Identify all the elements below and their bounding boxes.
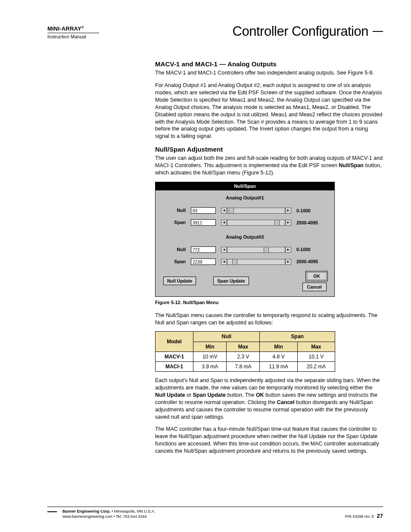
brand: MINI-ARRAY®: [47, 25, 99, 32]
page-number: 27: [377, 513, 383, 519]
ao1-label: Analog Output#1: [163, 192, 327, 205]
slider-track[interactable]: [227, 208, 285, 214]
nullspan-dialog: Null/Span Analog Output#1 Null 83 ◄ ► 0-…: [155, 182, 335, 297]
ao2-span-input[interactable]: 2239: [191, 258, 216, 265]
t: Each output's Null and Span is independe…: [155, 377, 380, 391]
table-row: MACI-1 3.9 mA 7.8 mA 11.9 mA 20.2 mA: [156, 362, 335, 372]
span-label: Span: [163, 219, 186, 226]
cell: 7.8 mA: [227, 362, 260, 372]
header-left: MINI-ARRAY® Instruction Manual: [47, 25, 99, 39]
footer: Banner Engineering Corp. • Minneapolis, …: [47, 507, 383, 519]
page-title: Controller Configuration: [233, 24, 368, 39]
footer-right: P/N 43298 rev. E 27: [345, 513, 383, 519]
ao1-section: Analog Output#1 Null 83 ◄ ► 0-1000 Span …: [156, 190, 334, 230]
ao1-null-slider[interactable]: ◄ ►: [221, 207, 291, 214]
table-row: MACV-1 10 mV 2.3 V 4.8 V 10.1 V: [156, 352, 335, 361]
ao2-null-input[interactable]: 772: [191, 246, 216, 253]
section1-p1: The MACV-1 and MACI-1 Controllers offer …: [155, 69, 383, 77]
ao1-null-row: Null 83 ◄ ► 0-1000: [163, 205, 327, 217]
ao2-null-row: Null 772 ◄ ► 0-1000: [163, 244, 327, 256]
header-line-decoration: [373, 31, 383, 32]
th-null-min: Min: [193, 342, 227, 352]
cell: 11.9 mA: [260, 362, 297, 372]
footer-company: Banner Engineering Corp.: [62, 509, 111, 513]
cell: 20.2 mA: [297, 362, 335, 372]
ao1-null-range: 0-1000: [296, 208, 327, 214]
slider-left-icon[interactable]: ◄: [221, 259, 227, 265]
nullspan-table: Model Null Span Min Max Min Max MACV-1 1…: [155, 331, 335, 372]
null-label: Null: [163, 246, 186, 253]
th-null: Null: [193, 332, 260, 342]
slider-track[interactable]: [227, 259, 285, 265]
ao2-section: Analog Output#2 Null 772 ◄ ► 0-1000 Span…: [156, 230, 334, 269]
ao2-span-slider[interactable]: ◄ ►: [221, 258, 291, 265]
slider-track[interactable]: [227, 247, 285, 253]
figure-caption: Figure 5-12. Null/Span Menu: [155, 299, 383, 306]
t: or: [185, 392, 193, 398]
footer-contact: www.bannerengineering.com • Tel: 763.544…: [62, 514, 155, 519]
cell: 10.1 V: [297, 352, 335, 361]
footer-pn: P/N 43298 rev. E: [345, 514, 374, 519]
slider-thumb[interactable]: [264, 247, 269, 253]
t: Span Update: [193, 392, 226, 398]
p-after-table: Each output's Null and Span is independe…: [155, 377, 383, 420]
span-update-button[interactable]: Span Update: [213, 277, 249, 285]
cell: 3.9 mA: [193, 362, 227, 372]
brand-text: MINI-ARRAY: [47, 25, 81, 32]
th-model: Model: [156, 332, 193, 352]
footer-loc: • Minneapolis, MN U.S.A.: [111, 509, 156, 513]
cell: MACV-1: [156, 352, 193, 361]
slider-right-icon[interactable]: ►: [285, 208, 291, 214]
ao2-span-row: Span 2239 ◄ ► 2000-4095: [163, 256, 327, 268]
ao2-null-slider[interactable]: ◄ ►: [221, 246, 291, 253]
ao1-span-input[interactable]: 3911: [191, 219, 216, 226]
null-update-button[interactable]: Null Update: [163, 277, 196, 285]
section2-p1: The user can adjust both the zero and fu…: [155, 155, 383, 177]
t: OK: [256, 392, 264, 398]
slider-left-icon[interactable]: ◄: [221, 220, 227, 226]
brand-sup: ®: [81, 25, 84, 29]
ao1-span-row: Span 3911 ◄ ► 2000-4095: [163, 217, 327, 229]
section1-heading: MACV-1 and MACI-1 — Analog Outputs: [155, 60, 383, 68]
p-last: The MAC controller has a four-minute Nul…: [155, 426, 383, 455]
slider-right-icon[interactable]: ►: [285, 220, 291, 226]
content: MACV-1 and MACI-1 — Analog Outputs The M…: [155, 60, 383, 460]
slider-left-icon[interactable]: ◄: [221, 208, 227, 214]
t: Null/Span: [339, 162, 364, 168]
section2-heading: Null/Span Adjustment: [155, 145, 383, 154]
subtitle: Instruction Manual: [47, 33, 99, 39]
slider-thumb[interactable]: [229, 208, 234, 214]
th-span-max: Max: [297, 342, 335, 352]
cell: 10 mV: [193, 352, 227, 361]
slider-track[interactable]: [227, 220, 285, 226]
slider-thumb[interactable]: [274, 220, 280, 226]
ao2-null-range: 0-1000: [296, 246, 327, 252]
ao1-null-input[interactable]: 83: [191, 207, 216, 214]
slider-thumb[interactable]: [232, 259, 237, 265]
cell: MACI-1: [156, 362, 193, 372]
section1-p2: For Analog Output #1 and Analog Output #…: [155, 82, 383, 140]
ok-button[interactable]: OK: [307, 272, 327, 280]
ao2-span-range: 2000-4095: [296, 258, 327, 264]
slider-right-icon[interactable]: ►: [285, 247, 291, 253]
ao2-label: Analog Output#2: [163, 231, 327, 244]
ao1-span-slider[interactable]: ◄ ►: [221, 219, 291, 226]
th-span-min: Min: [260, 342, 297, 352]
null-label: Null: [163, 207, 186, 214]
th-null-max: Max: [227, 342, 260, 352]
t: button. The: [226, 392, 256, 398]
cell: 4.8 V: [260, 352, 297, 361]
span-label: Span: [163, 258, 186, 265]
ao1-span-range: 2000-4095: [296, 220, 327, 226]
t: Cancel: [277, 399, 295, 405]
dialog-footer: Null Update Span Update OK Cancel: [156, 269, 334, 296]
dialog-title: Null/Span: [156, 182, 334, 190]
th-span: Span: [260, 332, 335, 342]
t: Null Update: [155, 392, 185, 398]
cancel-button[interactable]: Cancel: [302, 283, 327, 291]
slider-right-icon[interactable]: ►: [285, 259, 291, 265]
page-header: MINI-ARRAY® Instruction Manual Controlle…: [47, 24, 383, 39]
slider-left-icon[interactable]: ◄: [221, 247, 227, 253]
cell: 2.3 V: [227, 352, 260, 361]
after-fig-p: The Null/Span menu causes the controller…: [155, 312, 383, 327]
